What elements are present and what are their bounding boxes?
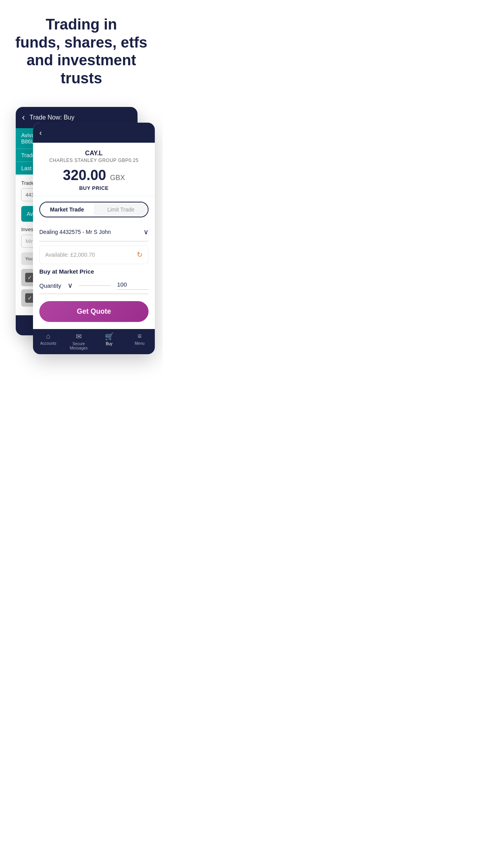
price-currency: GBX xyxy=(110,174,125,182)
hero-section: Trading in funds, shares, etfs and inves… xyxy=(0,0,163,99)
front-nav-accounts[interactable]: ⌂ Accounts xyxy=(33,332,64,350)
trade-type-toggle[interactable]: Market Trade Limit Trade xyxy=(39,202,149,217)
buy-price-label: BUY PRICE xyxy=(39,185,149,191)
limit-trade-tab[interactable]: Limit Trade xyxy=(94,202,148,217)
front-accounts-icon: ⌂ xyxy=(33,332,64,340)
refresh-icon[interactable]: ↻ xyxy=(137,250,143,259)
front-screen: ‹ CAY.L CHARLES STANLEY GROUP GBP0.25 32… xyxy=(0,123,155,354)
front-menu-label: Menu xyxy=(135,341,145,346)
front-buy-label: Buy xyxy=(106,342,112,346)
get-quote-button[interactable]: Get Quote xyxy=(39,301,149,322)
quantity-value[interactable]: 100 xyxy=(117,281,149,290)
stock-name: CHARLES STANLEY GROUP GBP0.25 xyxy=(39,158,149,163)
phone-mockup: ‹ Trade Now: Buy Aviva Investors Global … xyxy=(0,99,163,410)
stock-ticker: CAY.L xyxy=(39,150,149,157)
front-screen-bottom-nav: ⌂ Accounts ✉ Secure Messages 🛒 Buy ≡ Men… xyxy=(33,329,155,354)
available-balance-row: Available: £2,000.70 ↻ xyxy=(39,245,149,264)
front-accounts-label: Accounts xyxy=(40,341,56,346)
front-back-icon[interactable]: ‹ xyxy=(39,128,42,137)
quantity-chevron-icon[interactable]: ∨ xyxy=(68,281,73,290)
nav-title: Trade Now: Buy xyxy=(29,114,74,121)
price-value: 320.00 xyxy=(63,167,106,183)
quantity-separator xyxy=(79,285,111,286)
market-trade-tab[interactable]: Market Trade xyxy=(40,202,94,217)
front-nav-menu[interactable]: ≡ Menu xyxy=(125,332,155,350)
front-messages-icon: ✉ xyxy=(64,332,94,341)
quantity-row: Quantity ∨ 100 xyxy=(39,277,149,294)
front-nav-messages[interactable]: ✉ Secure Messages xyxy=(64,332,94,350)
dealing-account-text: Dealing 4432575 - Mr S John xyxy=(39,229,111,235)
front-messages-label: Secure Messages xyxy=(70,342,88,350)
front-nav-buy[interactable]: 🛒 Buy xyxy=(94,332,125,350)
dealing-chevron-icon: ∨ xyxy=(143,228,149,236)
stock-info-section: CAY.L CHARLES STANLEY GROUP GBP0.25 320.… xyxy=(33,143,155,196)
hero-title: Trading in funds, shares, etfs and inves… xyxy=(12,16,151,87)
screens-wrapper: ‹ Trade Now: Buy Aviva Investors Global … xyxy=(8,99,155,394)
stock-price: 320.00 GBX xyxy=(39,167,149,184)
quantity-label: Quantity xyxy=(39,282,61,289)
front-menu-icon: ≡ xyxy=(125,332,155,340)
back-arrow-icon[interactable]: ‹ xyxy=(22,112,25,123)
front-screen-header: ‹ xyxy=(33,123,155,143)
buy-at-market-price-header: Buy at Market Price xyxy=(39,268,149,275)
available-balance-text: Available: £2,000.70 xyxy=(45,252,95,258)
dealing-account-dropdown[interactable]: Dealing 4432575 - Mr S John ∨ xyxy=(39,223,149,241)
front-buy-icon: 🛒 xyxy=(94,332,125,341)
